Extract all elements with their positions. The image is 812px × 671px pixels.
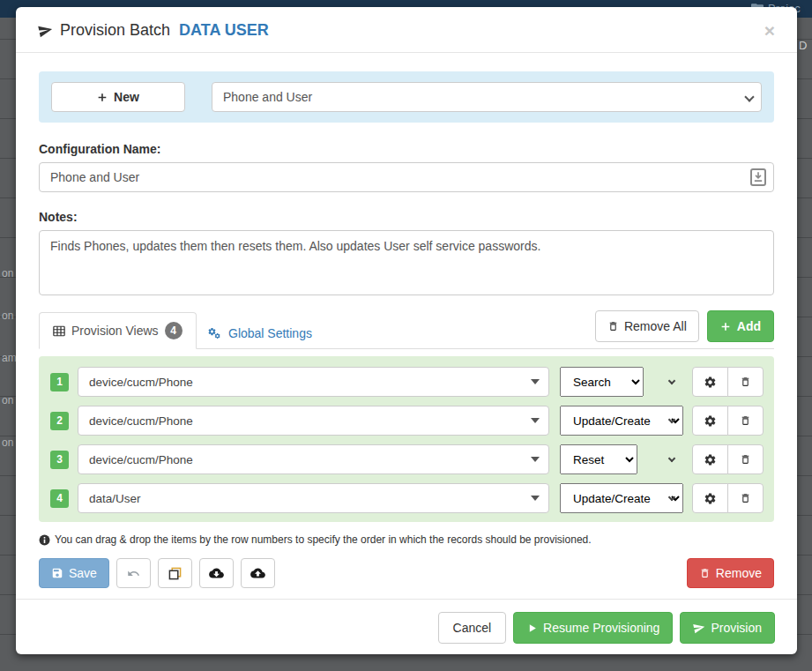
- paper-plane-icon: [38, 23, 53, 38]
- trash-icon: [740, 414, 751, 427]
- paper-plane-icon: [693, 622, 705, 634]
- row-action-select[interactable]: Search: [560, 367, 644, 397]
- trash-icon: [699, 567, 711, 579]
- resume-provisioning-label: Resume Provisioning: [543, 621, 659, 635]
- provision-batch-modal: Provision Batch DATA USER × New Phone an…: [16, 7, 797, 654]
- row-number-drag-handle[interactable]: 2: [50, 412, 69, 430]
- configuration-name-label: Configuration Name:: [39, 142, 774, 156]
- row-view-value: device/cucm/Phone: [89, 453, 193, 466]
- row-button-group: [692, 406, 764, 436]
- row-settings-button[interactable]: [692, 444, 728, 474]
- batch-type-select-wrap: Phone and User: [212, 82, 762, 112]
- background-letter: D: [799, 39, 807, 52]
- remove-all-button[interactable]: Remove All: [595, 310, 699, 342]
- row-view-select[interactable]: device/cucm/Phone: [78, 406, 549, 436]
- undo-button[interactable]: [116, 558, 151, 588]
- drag-drop-hint: You can drag & drop the items by the row…: [39, 533, 774, 546]
- row-settings-button[interactable]: [692, 367, 728, 397]
- autofill-icon: [750, 168, 766, 186]
- cloud-download-icon: [209, 567, 224, 579]
- row-action-select[interactable]: Update/Create: [560, 483, 683, 513]
- plus-icon: [720, 321, 732, 332]
- cogs-icon: [207, 327, 222, 340]
- row-view-select[interactable]: data/User: [78, 483, 549, 513]
- gear-icon: [704, 414, 717, 428]
- batch-type-select[interactable]: Phone and User: [212, 82, 762, 112]
- trash-icon: [740, 376, 751, 388]
- tab-global-settings[interactable]: Global Settings: [194, 317, 325, 349]
- row-view-select[interactable]: device/cucm/Phone: [78, 444, 549, 474]
- caret-down-icon: [531, 496, 540, 501]
- caret-down-icon: [531, 457, 540, 462]
- tab-global-settings-label: Global Settings: [228, 326, 312, 340]
- play-icon: [526, 623, 538, 634]
- row-number-drag-handle[interactable]: 1: [50, 373, 69, 391]
- cloud-upload-icon: [250, 567, 265, 579]
- tab-provision-views[interactable]: Provision Views 4: [39, 312, 197, 349]
- row-button-group: [692, 367, 764, 397]
- provision-row: 1 device/cucm/Phone Search: [46, 367, 767, 397]
- drag-drop-hint-text: You can drag & drop the items by the row…: [55, 533, 592, 546]
- tabs-bar: Provision Views 4 Global Settings Re: [39, 313, 774, 349]
- row-delete-button[interactable]: [727, 444, 764, 474]
- cancel-button[interactable]: Cancel: [438, 612, 507, 644]
- new-button-label: New: [114, 90, 139, 104]
- tabs-actions: Remove All Add: [595, 310, 774, 342]
- gear-icon: [704, 376, 717, 389]
- chevron-down-icon: [668, 455, 675, 462]
- row-button-group: [692, 444, 764, 474]
- row-action-select[interactable]: Update/Create: [560, 406, 683, 436]
- caret-down-icon: [531, 418, 540, 423]
- row-view-value: data/User: [89, 492, 141, 505]
- row-settings-button[interactable]: [692, 406, 728, 436]
- cancel-label: Cancel: [453, 621, 492, 635]
- provision-button[interactable]: Provision: [680, 612, 775, 644]
- new-batch-button[interactable]: New: [51, 82, 185, 112]
- remove-label: Remove: [716, 566, 762, 580]
- chevron-down-icon: [668, 377, 675, 384]
- provision-views-count-badge: 4: [165, 322, 183, 339]
- close-icon[interactable]: ×: [764, 21, 775, 40]
- modal-body: New Phone and User Configuration Name: N…: [16, 53, 797, 599]
- provision-row: 2 device/cucm/Phone Update/Create: [46, 406, 767, 436]
- row-delete-button[interactable]: [727, 483, 764, 513]
- modal-title-name: DATA USER: [179, 21, 269, 40]
- trash-icon: [740, 492, 751, 504]
- provision-row: 3 device/cucm/Phone Reset: [46, 444, 767, 474]
- modal-title: Provision Batch DATA USER: [38, 21, 269, 40]
- caret-down-icon: [531, 379, 540, 384]
- batch-selector-panel: New Phone and User: [39, 71, 774, 123]
- row-settings-button[interactable]: [692, 483, 728, 513]
- save-icon: [51, 567, 63, 579]
- configuration-name-input[interactable]: [39, 162, 774, 192]
- remove-button[interactable]: Remove: [687, 558, 774, 588]
- notes-textarea[interactable]: Finds Phones, updates them then resets t…: [39, 230, 774, 295]
- row-action-select-wrap: Update/Create: [560, 406, 682, 436]
- toolbar: Save: [39, 558, 774, 588]
- row-action-select[interactable]: Reset: [560, 444, 637, 474]
- modal-footer: Cancel Resume Provisioning Provision: [16, 599, 797, 656]
- row-view-value: device/cucm/Phone: [89, 414, 193, 428]
- row-view-value: device/cucm/Phone: [89, 376, 193, 389]
- row-delete-button[interactable]: [727, 406, 764, 436]
- row-view-select[interactable]: device/cucm/Phone: [78, 367, 549, 397]
- copy-button[interactable]: [158, 558, 192, 588]
- info-icon: [39, 534, 50, 546]
- remove-all-label: Remove All: [624, 319, 687, 333]
- table-icon: [53, 325, 65, 337]
- notes-label: Notes:: [39, 210, 774, 224]
- save-button[interactable]: Save: [39, 558, 109, 588]
- row-number-drag-handle[interactable]: 4: [50, 489, 69, 508]
- undo-icon: [127, 568, 140, 579]
- add-button[interactable]: Add: [707, 310, 774, 342]
- trash-icon: [607, 320, 619, 332]
- provision-label: Provision: [711, 621, 762, 635]
- row-delete-button[interactable]: [727, 367, 764, 397]
- trash-icon: [740, 453, 751, 466]
- tab-provision-views-label: Provision Views: [71, 324, 159, 338]
- resume-provisioning-button[interactable]: Resume Provisioning: [513, 612, 673, 644]
- cloud-download-button[interactable]: [199, 558, 234, 588]
- cloud-upload-button[interactable]: [241, 558, 275, 588]
- modal-header: Provision Batch DATA USER ×: [16, 7, 797, 53]
- row-number-drag-handle[interactable]: 3: [50, 451, 69, 469]
